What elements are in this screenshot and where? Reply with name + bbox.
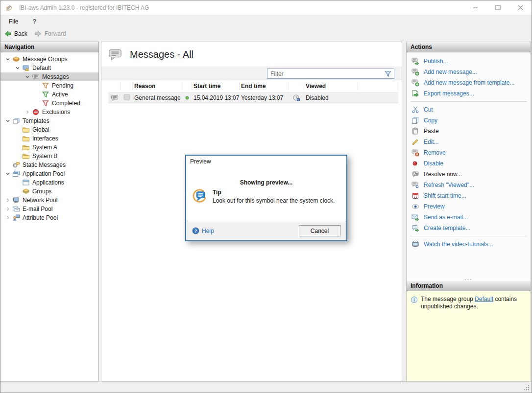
action-preview[interactable]: Preview: [407, 201, 531, 212]
preview-dialog: Preview Showing preview... Tip Look out …: [185, 155, 347, 241]
exclusions-icon: [32, 108, 40, 116]
filter-funnel-icon[interactable]: [384, 70, 392, 78]
column-header-reason[interactable]: Reason: [133, 82, 182, 91]
messages-table: Reason Start time End time Viewed Genera…: [108, 80, 398, 103]
tree-item-email-pool[interactable]: E-mail Pool: [0, 205, 98, 213]
chevron-down-icon[interactable]: [3, 55, 12, 63]
tree-item-application-pool[interactable]: Application Pool: [0, 169, 98, 178]
default-group-link[interactable]: Default: [475, 296, 493, 302]
tree-item-active[interactable]: Active: [0, 90, 98, 99]
export-messages-icon: [411, 90, 419, 97]
tree-item-global[interactable]: Global: [0, 125, 98, 134]
attribute-pool-icon: [12, 214, 20, 222]
tree-item-templates[interactable]: Templates: [0, 116, 98, 125]
dialog-footer: ? Help Cancel: [186, 221, 346, 240]
filter-box: [267, 69, 394, 79]
action-publish[interactable]: Publish...: [407, 56, 531, 67]
tree-item-messages[interactable]: Messages: [0, 72, 98, 81]
action-add-new-message[interactable]: Add new message...: [407, 67, 531, 77]
actions-separator: [411, 236, 527, 236]
chevron-right-icon[interactable]: [3, 196, 12, 204]
tree-item-exclusions[interactable]: Exclusions: [0, 108, 98, 116]
action-create-template[interactable]: Create template...: [407, 223, 531, 233]
help-link[interactable]: ? Help: [192, 227, 214, 234]
panel-splitter[interactable]: ...: [407, 275, 531, 281]
menu-file[interactable]: File: [9, 18, 18, 25]
chevron-down-icon[interactable]: [3, 117, 12, 125]
chevron-down-icon[interactable]: [23, 73, 32, 81]
network-pool-icon: [12, 196, 20, 204]
actions-header: Actions: [407, 42, 531, 52]
action-add-new-message-from-template[interactable]: Add new message from template...: [407, 77, 531, 88]
column-header-end-time[interactable]: End time: [240, 82, 289, 91]
tree-item-static-messages[interactable]: Static Messages: [0, 161, 98, 169]
add-message-template-icon: [411, 79, 419, 87]
actions-list: Publish... Add new message... Add new me…: [407, 52, 531, 250]
action-export-messages[interactable]: Export messages...: [407, 88, 531, 99]
action-disable[interactable]: Disable: [407, 158, 531, 169]
message-groups-icon: [12, 55, 20, 63]
folder-icon: [22, 143, 30, 151]
action-shift-start-time[interactable]: Shift start time...: [407, 190, 531, 201]
action-send-as-email[interactable]: Send as e-mail...: [407, 212, 531, 223]
column-header-viewed[interactable]: Viewed: [304, 82, 358, 91]
forward-button[interactable]: Forward: [34, 30, 66, 38]
action-remove[interactable]: Remove: [407, 147, 531, 158]
tree-item-system-b[interactable]: System B: [0, 152, 98, 161]
tree-item-applications[interactable]: Applications: [0, 178, 98, 187]
action-copy[interactable]: Copy: [407, 115, 531, 126]
tree-item-attribute-pool[interactable]: Attribute Pool: [0, 213, 98, 222]
tree-item-interfaces[interactable]: Interfaces: [0, 134, 98, 143]
tree-item-default[interactable]: Default: [0, 64, 98, 72]
tree-item-pending[interactable]: Pending: [0, 81, 98, 90]
viewed-clock-icon: [292, 94, 300, 102]
resize-grip[interactable]: [524, 385, 530, 391]
remove-icon: [411, 149, 419, 157]
static-messages-icon: [12, 161, 20, 169]
maximize-button[interactable]: [486, 0, 509, 15]
cancel-button[interactable]: Cancel: [299, 225, 340, 236]
tree-item-network-pool[interactable]: Network Pool: [0, 196, 98, 205]
toolbar: Back Forward: [0, 27, 532, 40]
filter-input[interactable]: [267, 70, 384, 77]
tree-item-completed[interactable]: Completed: [0, 99, 98, 108]
copy-icon: [411, 116, 419, 124]
information-text: The message group Default contains unpub…: [421, 296, 527, 310]
preview-eye-icon: [411, 203, 419, 210]
chevron-right-icon[interactable]: [3, 214, 12, 222]
action-refresh-viewed[interactable]: Refresh "Viewed"...: [407, 180, 531, 190]
chevron-right-icon[interactable]: [3, 205, 12, 213]
tree-item-system-a[interactable]: System A: [0, 143, 98, 152]
funnel-pending-icon: [42, 82, 49, 90]
close-button[interactable]: [509, 0, 532, 15]
chevron-down-icon[interactable]: [3, 170, 12, 178]
shift-start-time-icon: [411, 192, 419, 200]
cell-viewed: Disabled: [304, 94, 358, 101]
tree-item-message-groups[interactable]: Message Groups: [0, 55, 98, 64]
column-header-start-time[interactable]: Start time: [192, 82, 240, 91]
page-title: Messages - All: [130, 49, 193, 60]
information-panel: The message group Default contains unpub…: [407, 291, 531, 382]
menu-help[interactable]: ?: [33, 18, 36, 25]
table-row[interactable]: General message 15.04.2019 13:07 Yesterd…: [108, 92, 398, 103]
dialog-title: Preview: [190, 158, 211, 165]
green-status-dot: [185, 96, 189, 100]
back-button[interactable]: Back: [4, 30, 27, 38]
messages-icon: [108, 47, 122, 62]
action-watch-video-tutorials[interactable]: Watch the video-tutorials...: [407, 239, 531, 250]
tree-item-groups[interactable]: Groups: [0, 187, 98, 196]
action-cut[interactable]: Cut: [407, 104, 531, 115]
actions-separator: [411, 101, 527, 102]
status-bar: [0, 381, 532, 393]
action-resolve-now[interactable]: Resolve now...: [407, 169, 531, 180]
action-paste[interactable]: Paste: [407, 126, 531, 137]
chevron-right-icon[interactable]: [23, 108, 32, 116]
right-panel: Actions Publish... Add new message... Ad…: [406, 42, 531, 382]
action-edit[interactable]: Edit...: [407, 137, 531, 147]
minimize-button[interactable]: [464, 0, 486, 15]
content-header: Messages - All: [101, 42, 402, 67]
app-logo-icon: [5, 4, 13, 12]
chevron-down-icon[interactable]: [13, 64, 22, 72]
tip-title: Tip: [213, 189, 335, 196]
send-email-icon: [411, 213, 419, 221]
